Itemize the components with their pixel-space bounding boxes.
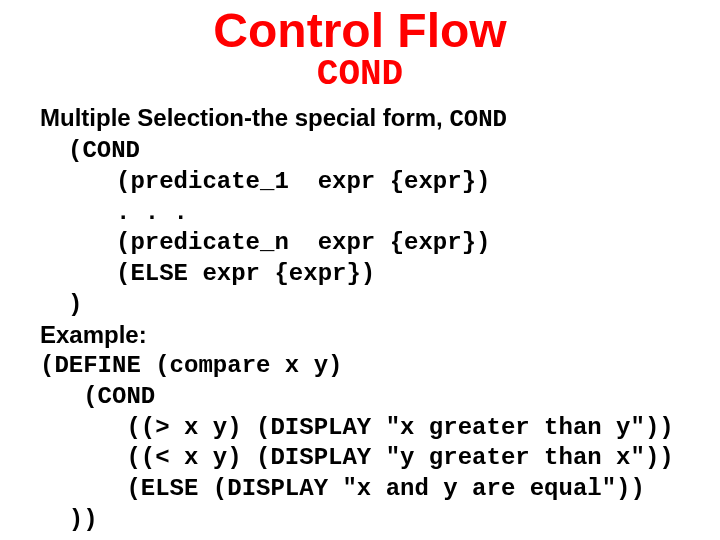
example-line-3: ((> x y) (DISPLAY "x greater than y")) — [40, 413, 680, 444]
slide-subtitle: COND — [0, 54, 720, 95]
example-line-6: )) — [40, 505, 680, 536]
syntax-line-4: (ELSE expr {expr}) — [40, 259, 680, 290]
example-line-5: (ELSE (DISPLAY "x and y are equal")) — [40, 474, 680, 505]
slide-body: Multiple Selection-the special form, CON… — [0, 95, 720, 535]
syntax-line-1: (predicate_1 expr {expr}) — [40, 167, 680, 198]
example-line-2: (COND — [40, 382, 680, 413]
lead-keyword: COND — [449, 106, 507, 133]
example-label: Example: — [40, 320, 680, 351]
syntax-line-2: . . . — [40, 198, 680, 229]
slide-title: Control Flow — [0, 0, 720, 56]
slide: Control Flow COND Multiple Selection-the… — [0, 0, 720, 540]
example-line-4: ((< x y) (DISPLAY "y greater than x")) — [40, 443, 680, 474]
lead-text: Multiple Selection-the special form, — [40, 104, 449, 131]
syntax-close: ) — [40, 290, 680, 321]
example-line-1: (DEFINE (compare x y) — [40, 351, 680, 382]
syntax-line-3: (predicate_n expr {expr}) — [40, 228, 680, 259]
lead-line: Multiple Selection-the special form, CON… — [40, 103, 680, 136]
syntax-open: (COND — [40, 136, 680, 167]
